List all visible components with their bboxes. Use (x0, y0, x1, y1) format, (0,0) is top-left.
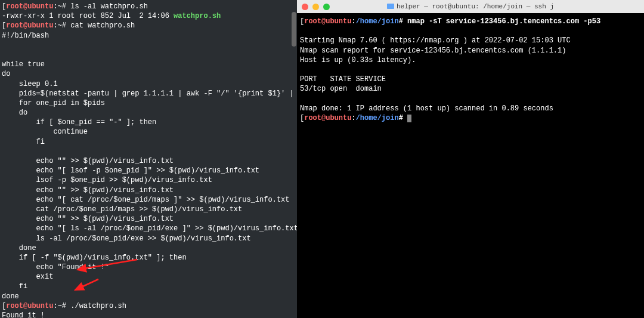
terminal-line: 53/tcp open domain (300, 84, 641, 94)
minimize-icon[interactable] (312, 4, 319, 10)
terminal-line: [root@ubuntu:~# cat watchpro.sh (2, 21, 295, 30)
right-terminal-pane[interactable]: helper — root@ubuntu: /home/join — ssh j… (297, 0, 644, 318)
terminal-line: Nmap done: 1 IP address (1 host up) scan… (300, 104, 641, 113)
terminal-line: do (2, 108, 295, 118)
terminal-line: continue (2, 127, 295, 137)
terminal-line: if [ -f "$(pwd)/virus_info.txt" ]; then (2, 253, 295, 263)
cursor (407, 115, 411, 122)
terminal-line: -rwxr-xr-x 1 root root 852 Jul 2 14:06 w… (2, 11, 295, 21)
terminal-line: [root@ubuntu:~# ./watchpro.sh (2, 301, 295, 311)
terminal-line: cat /proc/$one_pid/maps >> $(pwd)/virus_… (2, 205, 295, 214)
terminal-line: sleep 0.1 (2, 79, 295, 89)
terminal-line: fi (2, 137, 295, 147)
terminal-line: if [ $one_pid == "-" ]; then (2, 118, 295, 127)
terminal-line: PORT STATE SERVICE (300, 75, 641, 84)
close-icon[interactable] (302, 4, 308, 10)
terminal-line: done (2, 243, 295, 253)
terminal-line: echo "[ lsof -p $one_pid ]" >> $(pwd)/vi… (2, 166, 295, 175)
terminal-line: Starting Nmap 7.60 ( https://nmap.org ) … (300, 36, 641, 45)
left-terminal-output: [root@ubuntu:~# ls -al watchpro.sh-rwxr-… (2, 2, 295, 318)
terminal-line: echo "" >> $(pwd)/virus_info.txt (2, 214, 295, 224)
zoom-icon[interactable] (323, 4, 330, 10)
terminal-line: [root@ubuntu:~# ls -al watchpro.sh (2, 2, 295, 11)
terminal-line: pids=$(netstat -pantu | grep 1.1.1.1 | a… (2, 89, 295, 98)
terminal-line: while true (2, 60, 295, 69)
terminal-line (2, 50, 295, 60)
terminal-line: #!/bin/bash (2, 31, 295, 41)
terminal-line: echo "Found it !" (2, 263, 295, 272)
scrollbar-thumb[interactable] (292, 12, 296, 47)
terminal-line (300, 65, 641, 75)
window-title: helper — root@ubuntu: /home/join — ssh j (387, 2, 554, 11)
terminal-line: [root@ubuntu:/home/join# (300, 113, 641, 123)
terminal-line: echo "[ cat /proc/$one_pid/maps ]" >> $(… (2, 195, 295, 205)
terminal-line: echo "" >> $(pwd)/virus_info.txt (2, 156, 295, 166)
terminal-line: lsof -p $one_pid >> $(pwd)/virus_info.tx… (2, 175, 295, 185)
terminal-line (2, 41, 295, 50)
terminal-line: ls -al /proc/$one_pid/exe >> $(pwd)/viru… (2, 234, 295, 243)
right-terminal-output: [root@ubuntu:/home/join# nmap -sT servic… (297, 13, 644, 126)
folder-icon (387, 4, 394, 9)
terminal-line: exit (2, 272, 295, 282)
mac-titlebar[interactable]: helper — root@ubuntu: /home/join — ssh j (297, 0, 644, 13)
terminal-line (2, 147, 295, 156)
left-terminal-pane[interactable]: [root@ubuntu:~# ls -al watchpro.sh-rwxr-… (0, 0, 297, 318)
terminal-line: [root@ubuntu:/home/join# nmap -sT servic… (300, 17, 641, 26)
terminal-line: echo "" >> $(pwd)/virus_info.txt (2, 186, 295, 195)
terminal-line: Host is up (0.33s latency). (300, 55, 641, 65)
terminal-line: fi (2, 282, 295, 291)
terminal-line: Nmap scan report for service-123456.bj.t… (300, 46, 641, 55)
terminal-line (300, 26, 641, 36)
terminal-line: Found it ! (2, 311, 295, 318)
terminal-line (300, 94, 641, 104)
terminal-line: for one_pid in $pids (2, 98, 295, 108)
traffic-lights (302, 4, 330, 10)
terminal-line: do (2, 69, 295, 79)
terminal-line: echo "[ ls -al /proc/$one_pid/exe ]" >> … (2, 224, 295, 233)
terminal-line: done (2, 292, 295, 301)
